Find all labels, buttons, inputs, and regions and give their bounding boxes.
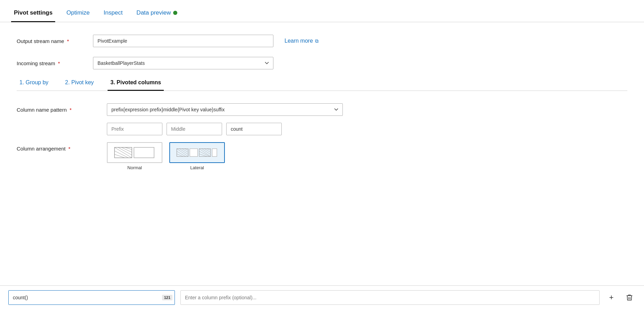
svg-line-3 (121, 147, 132, 152)
tab-data-preview[interactable]: Data preview (134, 9, 180, 22)
add-expression-button[interactable]: + (605, 291, 618, 304)
column-prefix-input[interactable] (180, 290, 600, 305)
required-star-output: * (67, 38, 69, 44)
data-preview-indicator (173, 11, 177, 15)
output-stream-label: Output stream name * (17, 38, 93, 44)
bottom-bar: 121 + (0, 285, 644, 309)
arrangement-lateral-label: Lateral (190, 165, 204, 170)
top-tab-bar: Pivot settings Optimize Inspect Data pre… (0, 0, 644, 22)
tab-optimize[interactable]: Optimize (63, 9, 92, 22)
arrangement-options: Normal (107, 142, 225, 170)
suffix-input[interactable] (226, 123, 282, 135)
column-name-pattern-label: Column name pattern * (17, 107, 107, 113)
incoming-stream-row: Incoming stream * BasketballPlayerStats (17, 57, 627, 69)
tab-inspect[interactable]: Inspect (101, 9, 126, 22)
count-badge: 121 (162, 295, 172, 300)
svg-line-19 (204, 149, 211, 153)
svg-rect-7 (134, 147, 154, 158)
svg-line-17 (199, 149, 211, 157)
pivot-section: Column name pattern * prefix{expression … (17, 103, 627, 170)
sub-tab-bar: 1. Group by 2. Pivot key 3. Pivoted colu… (17, 79, 627, 91)
learn-more-link[interactable]: Learn more ⧉ (285, 38, 319, 44)
main-content: Output stream name * Learn more ⧉ Incomi… (0, 22, 644, 186)
arrangement-normal-box[interactable] (107, 142, 162, 163)
svg-line-11 (182, 149, 188, 153)
svg-rect-23 (212, 149, 217, 157)
arrangement-normal-label: Normal (127, 165, 142, 170)
required-star-arrangement: * (68, 146, 70, 152)
output-stream-row: Output stream name * Learn more ⧉ (17, 35, 627, 47)
count-input-wrap: 121 (8, 290, 175, 305)
svg-rect-15 (190, 149, 198, 157)
sub-tab-group-by[interactable]: 1. Group by (17, 79, 51, 91)
arrangement-normal[interactable]: Normal (107, 142, 162, 170)
incoming-stream-select[interactable]: BasketballPlayerStats (93, 57, 273, 69)
column-arrangement-row: Column arrangement * (17, 142, 627, 170)
lateral-arrangement-icon (176, 146, 218, 160)
required-star-pattern: * (69, 107, 71, 113)
normal-arrangement-icon (114, 146, 155, 160)
svg-line-4 (125, 147, 132, 149)
svg-line-12 (185, 149, 188, 151)
arrangement-lateral-box[interactable] (169, 142, 225, 163)
external-link-icon: ⧉ (315, 38, 319, 44)
prefix-input[interactable] (107, 123, 162, 135)
delete-expression-button[interactable] (623, 291, 636, 304)
svg-line-1 (115, 147, 132, 158)
trash-icon (626, 294, 633, 301)
required-star-incoming: * (58, 60, 60, 66)
svg-line-9 (177, 149, 188, 157)
tab-pivot-settings[interactable]: Pivot settings (11, 9, 55, 22)
count-expression-input[interactable] (9, 291, 162, 304)
middle-input[interactable] (167, 123, 222, 135)
incoming-stream-label: Incoming stream * (17, 60, 93, 66)
sub-tab-pivoted-columns[interactable]: 3. Pivoted columns (108, 79, 164, 91)
svg-line-22 (199, 154, 207, 157)
column-arrangement-label: Column arrangement * (17, 142, 107, 152)
arrangement-lateral[interactable]: Lateral (169, 142, 225, 170)
column-name-pattern-select[interactable]: prefix{expression prefix}middle{Pivot ke… (107, 103, 343, 116)
svg-line-20 (207, 149, 211, 151)
svg-line-6 (115, 154, 125, 158)
column-name-pattern-row: Column name pattern * prefix{expression … (17, 103, 627, 116)
output-stream-input[interactable] (93, 35, 273, 47)
pattern-inputs-row (107, 123, 627, 135)
sub-tab-pivot-key[interactable]: 2. Pivot key (62, 79, 97, 91)
